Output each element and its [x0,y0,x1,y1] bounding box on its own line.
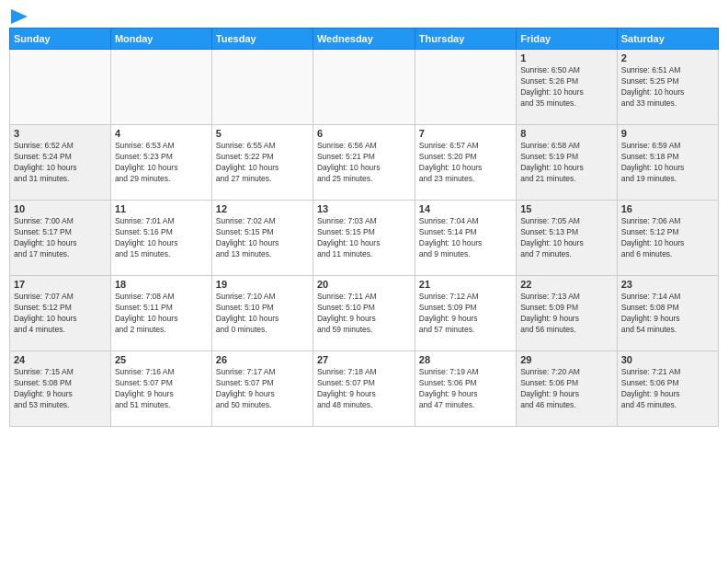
day-number: 13 [317,203,411,214]
day-info: Sunrise: 7:06 AM Sunset: 5:12 PM Dayligh… [621,216,714,260]
day-number: 3 [14,128,107,139]
logo [9,9,31,20]
day-info: Sunrise: 6:59 AM Sunset: 5:18 PM Dayligh… [621,141,714,185]
calendar-cell: 19Sunrise: 7:10 AM Sunset: 5:10 PM Dayli… [211,276,313,351]
calendar-cell: 8Sunrise: 6:58 AM Sunset: 5:19 PM Daylig… [517,125,618,201]
day-number: 2 [621,52,714,63]
calendar-cell: 29Sunrise: 7:20 AM Sunset: 5:06 PM Dayli… [517,351,618,427]
day-header-monday: Monday [110,29,211,50]
calendar-cell: 12Sunrise: 7:02 AM Sunset: 5:15 PM Dayli… [211,201,313,276]
calendar-cell [110,50,211,125]
day-number: 11 [115,203,208,214]
calendar-cell: 28Sunrise: 7:19 AM Sunset: 5:06 PM Dayli… [415,351,516,427]
day-info: Sunrise: 7:07 AM Sunset: 5:12 PM Dayligh… [14,292,107,336]
day-number: 12 [216,203,309,214]
day-info: Sunrise: 6:52 AM Sunset: 5:24 PM Dayligh… [14,141,107,185]
day-info: Sunrise: 7:18 AM Sunset: 5:07 PM Dayligh… [317,367,411,411]
day-number: 7 [419,128,512,139]
day-number: 22 [520,279,613,290]
day-number: 23 [621,279,714,290]
day-number: 1 [520,52,613,63]
day-info: Sunrise: 6:51 AM Sunset: 5:25 PM Dayligh… [621,65,714,109]
svg-marker-0 [11,9,28,24]
day-info: Sunrise: 7:14 AM Sunset: 5:08 PM Dayligh… [621,292,714,336]
calendar-cell: 7Sunrise: 6:57 AM Sunset: 5:20 PM Daylig… [415,125,516,201]
day-header-friday: Friday [517,29,618,50]
day-info: Sunrise: 7:08 AM Sunset: 5:11 PM Dayligh… [115,292,208,336]
calendar-cell [211,50,313,125]
day-info: Sunrise: 7:17 AM Sunset: 5:07 PM Dayligh… [216,367,309,411]
day-number: 6 [317,128,411,139]
calendar-cell: 9Sunrise: 6:59 AM Sunset: 5:18 PM Daylig… [617,125,718,201]
day-info: Sunrise: 6:55 AM Sunset: 5:22 PM Dayligh… [216,141,309,185]
calendar-cell: 17Sunrise: 7:07 AM Sunset: 5:12 PM Dayli… [10,276,111,351]
day-info: Sunrise: 6:57 AM Sunset: 5:20 PM Dayligh… [419,141,512,185]
calendar-week-1: 1Sunrise: 6:50 AM Sunset: 5:26 PM Daylig… [10,50,719,125]
day-number: 25 [115,354,208,365]
day-number: 29 [520,354,613,365]
day-number: 15 [520,203,613,214]
page: SundayMondayTuesdayWednesdayThursdayFrid… [0,0,728,563]
day-number: 18 [115,279,208,290]
calendar-cell: 3Sunrise: 6:52 AM Sunset: 5:24 PM Daylig… [10,125,111,201]
calendar-cell: 1Sunrise: 6:50 AM Sunset: 5:26 PM Daylig… [517,50,618,125]
day-number: 21 [419,279,512,290]
day-info: Sunrise: 7:13 AM Sunset: 5:09 PM Dayligh… [520,292,613,336]
day-number: 30 [621,354,714,365]
day-info: Sunrise: 7:10 AM Sunset: 5:10 PM Dayligh… [216,292,309,336]
day-info: Sunrise: 7:00 AM Sunset: 5:17 PM Dayligh… [14,216,107,260]
calendar-cell: 2Sunrise: 6:51 AM Sunset: 5:25 PM Daylig… [617,50,718,125]
calendar-week-2: 3Sunrise: 6:52 AM Sunset: 5:24 PM Daylig… [10,125,719,201]
day-info: Sunrise: 7:01 AM Sunset: 5:16 PM Dayligh… [115,216,208,260]
day-header-saturday: Saturday [617,29,718,50]
calendar-week-5: 24Sunrise: 7:15 AM Sunset: 5:08 PM Dayli… [10,351,719,427]
calendar-cell: 26Sunrise: 7:17 AM Sunset: 5:07 PM Dayli… [211,351,313,427]
day-info: Sunrise: 6:50 AM Sunset: 5:26 PM Dayligh… [520,65,613,109]
calendar-week-4: 17Sunrise: 7:07 AM Sunset: 5:12 PM Dayli… [10,276,719,351]
day-number: 27 [317,354,411,365]
calendar-cell: 24Sunrise: 7:15 AM Sunset: 5:08 PM Dayli… [10,351,111,427]
calendar-cell: 6Sunrise: 6:56 AM Sunset: 5:21 PM Daylig… [313,125,415,201]
day-info: Sunrise: 7:19 AM Sunset: 5:06 PM Dayligh… [419,367,512,411]
day-info: Sunrise: 6:56 AM Sunset: 5:21 PM Dayligh… [317,141,411,185]
calendar-cell [415,50,516,125]
calendar-cell: 18Sunrise: 7:08 AM Sunset: 5:11 PM Dayli… [110,276,211,351]
day-info: Sunrise: 7:21 AM Sunset: 5:06 PM Dayligh… [621,367,714,411]
calendar-cell: 13Sunrise: 7:03 AM Sunset: 5:15 PM Dayli… [313,201,415,276]
calendar-cell: 11Sunrise: 7:01 AM Sunset: 5:16 PM Dayli… [110,201,211,276]
day-number: 19 [216,279,309,290]
day-header-tuesday: Tuesday [211,29,313,50]
day-info: Sunrise: 6:53 AM Sunset: 5:23 PM Dayligh… [115,141,208,185]
calendar-cell: 15Sunrise: 7:05 AM Sunset: 5:13 PM Dayli… [517,201,618,276]
day-info: Sunrise: 7:03 AM Sunset: 5:15 PM Dayligh… [317,216,411,260]
day-info: Sunrise: 6:58 AM Sunset: 5:19 PM Dayligh… [520,141,613,185]
day-info: Sunrise: 7:11 AM Sunset: 5:10 PM Dayligh… [317,292,411,336]
calendar-cell: 25Sunrise: 7:16 AM Sunset: 5:07 PM Dayli… [110,351,211,427]
calendar-cell: 14Sunrise: 7:04 AM Sunset: 5:14 PM Dayli… [415,201,516,276]
calendar-cell [313,50,415,125]
day-number: 17 [14,279,107,290]
calendar-cell: 27Sunrise: 7:18 AM Sunset: 5:07 PM Dayli… [313,351,415,427]
day-header-wednesday: Wednesday [313,29,415,50]
calendar-cell: 4Sunrise: 6:53 AM Sunset: 5:23 PM Daylig… [110,125,211,201]
day-info: Sunrise: 7:02 AM Sunset: 5:15 PM Dayligh… [216,216,309,260]
logo-icon [11,9,31,24]
day-number: 24 [14,354,107,365]
day-info: Sunrise: 7:12 AM Sunset: 5:09 PM Dayligh… [419,292,512,336]
calendar-header-row: SundayMondayTuesdayWednesdayThursdayFrid… [10,29,719,50]
day-number: 8 [520,128,613,139]
calendar-week-3: 10Sunrise: 7:00 AM Sunset: 5:17 PM Dayli… [10,201,719,276]
day-info: Sunrise: 7:16 AM Sunset: 5:07 PM Dayligh… [115,367,208,411]
day-number: 5 [216,128,309,139]
day-number: 4 [115,128,208,139]
day-number: 10 [14,203,107,214]
calendar-cell: 16Sunrise: 7:06 AM Sunset: 5:12 PM Dayli… [617,201,718,276]
calendar-cell: 5Sunrise: 6:55 AM Sunset: 5:22 PM Daylig… [211,125,313,201]
day-number: 26 [216,354,309,365]
day-info: Sunrise: 7:20 AM Sunset: 5:06 PM Dayligh… [520,367,613,411]
day-number: 9 [621,128,714,139]
calendar-cell [10,50,111,125]
day-info: Sunrise: 7:04 AM Sunset: 5:14 PM Dayligh… [419,216,512,260]
day-info: Sunrise: 7:15 AM Sunset: 5:08 PM Dayligh… [14,367,107,411]
day-number: 28 [419,354,512,365]
